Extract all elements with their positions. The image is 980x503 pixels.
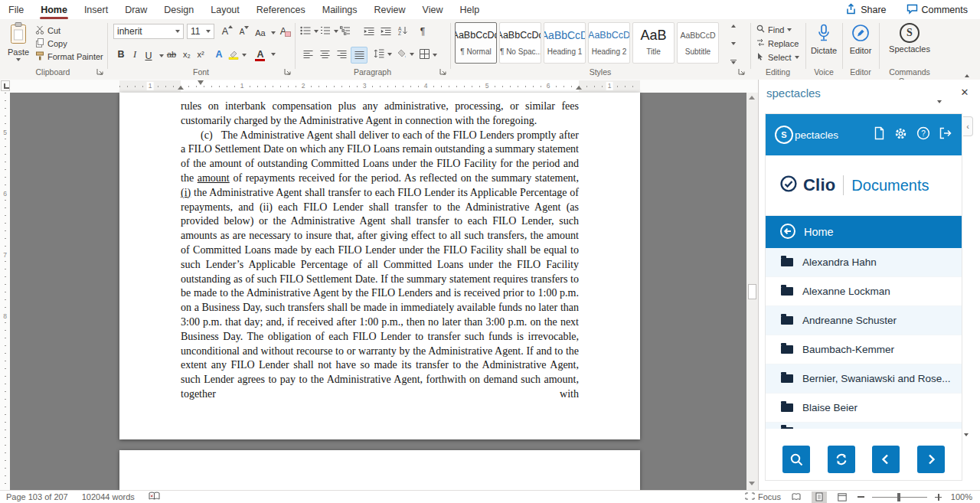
borders-button[interactable]: [420, 49, 437, 60]
sign-out-icon[interactable]: [939, 126, 952, 143]
zoom-slider-thumb[interactable]: [897, 493, 900, 501]
forward-button[interactable]: [917, 446, 945, 473]
style-title[interactable]: AaB Title: [632, 22, 675, 64]
clear-formatting-button[interactable]: [276, 24, 291, 38]
help-icon[interactable]: ?: [916, 126, 930, 143]
shrink-font-button[interactable]: [234, 24, 250, 38]
cut-button[interactable]: Cut: [35, 25, 60, 36]
web-layout-button[interactable]: [835, 492, 850, 503]
font-family-combo[interactable]: inherit: [113, 24, 184, 39]
focus-button[interactable]: Focus: [745, 492, 781, 501]
document-icon[interactable]: [874, 126, 885, 143]
align-left-button[interactable]: [300, 47, 315, 61]
select-button[interactable]: Select: [756, 52, 799, 62]
folder-item[interactable]: Andreanne Schuster: [766, 306, 962, 335]
superscript-button[interactable]: [193, 47, 208, 61]
document-page-2[interactable]: [119, 450, 640, 490]
clipboard-dialog-launcher-icon[interactable]: [96, 68, 105, 77]
task-pane-menu-icon[interactable]: [937, 93, 942, 106]
back-button[interactable]: [872, 446, 900, 473]
page-indicator[interactable]: Page 103 of 207: [6, 492, 68, 501]
left-indent-marker[interactable]: [178, 86, 184, 90]
spectacles-button[interactable]: S Spectacles: [880, 23, 939, 54]
tab-layout[interactable]: Layout: [202, 0, 248, 19]
folder-item[interactable]: Baumbach-Kemmer: [766, 335, 962, 364]
align-right-button[interactable]: [334, 47, 349, 61]
pane-collapse-icon[interactable]: [963, 116, 973, 136]
show-paragraph-marks-button[interactable]: [415, 24, 430, 38]
folder-item[interactable]: Alexandra Hahn: [766, 248, 962, 277]
folder-item[interactable]: Blaise Beier: [766, 394, 962, 423]
print-layout-button[interactable]: [812, 492, 827, 503]
zoom-in-icon[interactable]: [935, 494, 942, 501]
proofing-icon[interactable]: [149, 492, 160, 502]
line-spacing-button[interactable]: [374, 49, 392, 60]
tab-view[interactable]: View: [414, 0, 452, 19]
tab-draw[interactable]: Draw: [116, 0, 155, 19]
first-line-indent-marker[interactable]: [198, 80, 204, 85]
tab-mailings[interactable]: Mailings: [314, 0, 366, 19]
zoom-level[interactable]: 100%: [949, 492, 972, 501]
styles-dialog-launcher-icon[interactable]: [738, 68, 746, 77]
copy-button[interactable]: Copy: [35, 38, 67, 49]
style-heading2[interactable]: AaBbCcD Heading 2: [588, 22, 630, 64]
format-painter-button[interactable]: Format Painter: [35, 51, 103, 62]
bold-button[interactable]: [113, 47, 129, 61]
zoom-slider[interactable]: [872, 493, 927, 501]
styles-scroll-up-icon[interactable]: [731, 24, 736, 28]
multilevel-list-button[interactable]: [340, 26, 351, 37]
text-effects-button[interactable]: [211, 47, 227, 61]
home-button[interactable]: Home: [766, 216, 962, 248]
scroll-down-icon[interactable]: [749, 482, 755, 485]
style-subtitle[interactable]: AaBbCcD Subtitle: [677, 22, 719, 64]
style-heading1[interactable]: AaBbCcD Heading 1: [544, 22, 586, 64]
align-center-button[interactable]: [317, 47, 332, 61]
replace-button[interactable]: Replace: [756, 38, 799, 48]
numbering-button[interactable]: [320, 26, 338, 37]
refresh-button[interactable]: [828, 446, 855, 473]
style-normal[interactable]: AaBbCcDd ¶ Normal: [455, 22, 497, 64]
pane-scroll-down-icon[interactable]: [964, 426, 969, 439]
zoom-out-icon[interactable]: [858, 496, 864, 498]
folder-item[interactable]: Bernier, Swaniawski and Rose...: [766, 364, 962, 394]
read-mode-button[interactable]: [789, 492, 804, 503]
find-button[interactable]: Find: [756, 24, 792, 34]
task-pane-close-icon[interactable]: [959, 87, 970, 98]
style-no-spacing[interactable]: AaBbCcDd ¶ No Spac...: [499, 22, 541, 64]
document-page-1[interactable]: rules on interbank compensation plus any…: [119, 93, 640, 439]
word-count[interactable]: 102044 words: [82, 492, 135, 501]
share-button[interactable]: Share: [845, 3, 886, 17]
grow-font-button[interactable]: [217, 24, 233, 38]
scrollbar-thumb[interactable]: [748, 284, 756, 299]
scroll-up-icon[interactable]: [749, 96, 755, 100]
paragraph-dialog-launcher-icon[interactable]: [439, 68, 448, 77]
highlight-color-button[interactable]: [228, 49, 247, 61]
collapse-ribbon-icon[interactable]: [965, 70, 969, 79]
tab-stop-selector[interactable]: [1, 80, 10, 91]
tab-file[interactable]: File: [0, 0, 32, 19]
underline-button[interactable]: [141, 49, 164, 63]
italic-button[interactable]: [127, 47, 142, 61]
bullets-button[interactable]: [300, 26, 318, 37]
decrease-indent-button[interactable]: [361, 24, 377, 38]
change-case-button[interactable]: [253, 26, 276, 40]
folder-item-clipped[interactable]: [766, 423, 962, 429]
shading-button[interactable]: [397, 49, 414, 60]
styles-gallery-expand-icon[interactable]: [730, 60, 737, 64]
dictate-button[interactable]: Dictate: [807, 23, 841, 55]
increase-indent-button[interactable]: [378, 24, 394, 38]
editor-button[interactable]: Editor: [844, 23, 877, 55]
strikethrough-button[interactable]: [164, 47, 179, 61]
tab-insert[interactable]: Insert: [76, 0, 116, 19]
folder-item[interactable]: Alexanne Lockman: [766, 277, 962, 306]
comments-button[interactable]: Comments: [906, 3, 968, 17]
tab-help[interactable]: Help: [451, 0, 488, 19]
font-dialog-launcher-icon[interactable]: [284, 68, 292, 77]
tab-home[interactable]: Home: [32, 0, 76, 19]
tab-design[interactable]: Design: [155, 0, 202, 19]
font-size-combo[interactable]: 11: [187, 24, 214, 39]
tab-references[interactable]: References: [248, 0, 314, 19]
styles-scroll-down-icon[interactable]: [731, 42, 736, 45]
right-indent-marker[interactable]: [576, 86, 582, 90]
tab-review[interactable]: Review: [366, 0, 414, 19]
